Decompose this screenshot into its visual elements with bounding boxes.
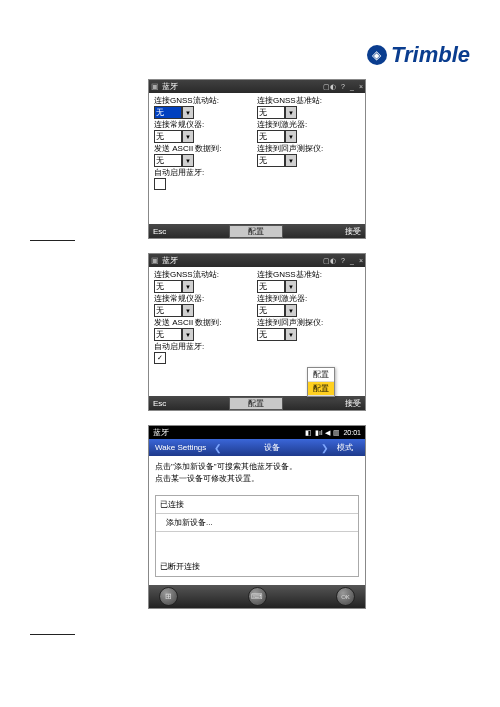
conv-select[interactable]: 无 [154,130,182,143]
chevron-down-icon[interactable]: ▼ [182,328,194,341]
mobile-softkeys: ⊞ ⌨ OK [149,585,365,608]
tab-mode[interactable]: 模式 [331,439,365,456]
hint-text: 点击"添加新设备"可搜索其他蓝牙设备。 点击某一设备可修改其设置。 [149,456,365,490]
esc-button[interactable]: Esc [153,227,166,236]
globe-icon [367,45,387,65]
chevron-down-icon[interactable]: ▼ [285,106,297,119]
system-icons: ▢◐ ? _ × [323,83,363,91]
bottom-toolbar: Esc 配置 接受 [149,224,365,238]
base-label: 连接GNSS基准站: [257,96,360,106]
laser-label: 连接到激光器: [257,294,360,304]
chevron-down-icon[interactable]: ▼ [182,154,194,167]
accept-button[interactable]: 接受 [345,398,361,409]
config-button[interactable]: 配置 [229,397,283,410]
close-icon[interactable]: × [359,83,363,91]
hint-line: 点击某一设备可修改其设置。 [155,473,359,485]
chevron-right-icon[interactable]: ❯ [319,443,331,453]
config-button[interactable]: 配置 [229,225,283,238]
mobile-statusbar: 蓝牙 ◧ ▮ıl ◀ ▥ 20:01 [149,426,365,439]
chevron-left-icon[interactable]: ❮ [212,443,224,453]
start-button[interactable]: ⊞ [159,587,178,606]
window-title: 蓝牙 [162,81,323,92]
echo-select[interactable]: 无 [257,154,285,167]
device-section-connected: 已连接 [156,496,358,514]
base-select[interactable]: 无 [257,106,285,119]
volume-icon: ◀ [325,429,330,437]
device-list[interactable]: 已连接 添加新设备... 已断开连接 [155,495,359,577]
empty-row [156,532,358,558]
close-icon[interactable]: × [359,257,363,265]
help-icon[interactable]: ? [341,83,345,91]
titlebar: ▣ 蓝牙 ▢◐ ? _ × [149,254,365,267]
app-icon: ▣ [151,82,159,91]
chevron-down-icon[interactable]: ▼ [285,280,297,293]
network-icon: ◧ [305,429,312,437]
status-title: 蓝牙 [153,427,305,438]
bottom-toolbar: Esc 配置 接受 [149,396,365,410]
status-icons: ◧ ▮ıl ◀ ▥ 20:01 [305,429,361,437]
auto-label: 自动启用蓝牙: [154,168,360,178]
battery-icon: ▢◐ [323,257,336,265]
accept-button[interactable]: 接受 [345,226,361,237]
send-label: 发送 ASCII 数据到: [154,318,257,328]
device-section-disconnected: 已断开连接 [156,558,358,575]
conv-select[interactable]: 无 [154,304,182,317]
minimize-icon[interactable]: _ [350,83,354,91]
app-icon: ▣ [151,256,159,265]
laser-select[interactable]: 无 [257,130,285,143]
tab-devices[interactable]: 设备 [224,439,319,456]
chevron-down-icon[interactable]: ▼ [285,154,297,167]
rover-select[interactable]: 无 [154,280,182,293]
base-label: 连接GNSS基准站: [257,270,360,280]
rover-label: 连接GNSS流动站: [154,270,257,280]
echo-label: 连接到回声测探仪: [257,318,360,328]
laser-select[interactable]: 无 [257,304,285,317]
send-select[interactable]: 无 [154,154,182,167]
battery-icon: ▥ [333,429,340,437]
chevron-down-icon[interactable]: ▼ [285,328,297,341]
tab-wake-settings[interactable]: Wake Settings [149,439,212,456]
chevron-down-icon[interactable]: ▼ [285,304,297,317]
send-label: 发送 ASCII 数据到: [154,144,257,154]
blank-area [149,194,365,224]
chevron-down-icon[interactable]: ▼ [182,304,194,317]
send-select[interactable]: 无 [154,328,182,341]
minimize-icon[interactable]: _ [350,257,354,265]
conv-label: 连接常规仪器: [154,120,257,130]
system-icons: ▢◐ ? _ × [323,257,363,265]
add-device-button[interactable]: 添加新设备... [156,514,358,532]
bluetooth-mobile-screen: 蓝牙 ◧ ▮ıl ◀ ▥ 20:01 Wake Settings ❮ 设备 ❯ … [148,425,366,609]
chevron-down-icon[interactable]: ▼ [182,280,194,293]
rover-label: 连接GNSS流动站: [154,96,257,106]
side-rule [30,634,75,635]
brand-text: Trimble [391,42,470,68]
clock: 20:01 [343,429,361,437]
rover-select[interactable]: 无 [154,106,182,119]
esc-button[interactable]: Esc [153,399,166,408]
echo-label: 连接到回声测探仪: [257,144,360,154]
side-rule [30,240,75,241]
keyboard-button[interactable]: ⌨ [248,587,267,606]
ok-button[interactable]: OK [336,587,355,606]
chevron-down-icon[interactable]: ▼ [182,106,194,119]
auto-checkbox[interactable]: ✓ [154,352,166,364]
auto-checkbox[interactable] [154,178,166,190]
popup-menu: 配置 配置 [307,367,335,397]
hint-line: 点击"添加新设备"可搜索其他蓝牙设备。 [155,461,359,473]
battery-icon: ▢◐ [323,83,336,91]
echo-select[interactable]: 无 [257,328,285,341]
window-title: 蓝牙 [162,255,323,266]
bluetooth-config-screen-1: ▣ 蓝牙 ▢◐ ? _ × 连接GNSS流动站: 无 ▼ 连接GNSS基准站: … [148,79,366,239]
bluetooth-config-screen-2: ▣ 蓝牙 ▢◐ ? _ × 连接GNSS流动站: 无 ▼ 连接GNSS基准站: … [148,253,366,411]
help-icon[interactable]: ? [341,257,345,265]
popup-item-highlight[interactable]: 配置 [308,382,334,396]
base-select[interactable]: 无 [257,280,285,293]
brand-logo: Trimble [367,42,470,68]
popup-item[interactable]: 配置 [308,368,334,382]
tab-bar: Wake Settings ❮ 设备 ❯ 模式 [149,439,365,456]
chevron-down-icon[interactable]: ▼ [182,130,194,143]
form-area: 连接GNSS流动站: 无 ▼ 连接GNSS基准站: 无 ▼ 连接常规仪器: 无 … [149,93,365,194]
signal-icon: ▮ıl [315,429,323,437]
chevron-down-icon[interactable]: ▼ [285,130,297,143]
conv-label: 连接常规仪器: [154,294,257,304]
